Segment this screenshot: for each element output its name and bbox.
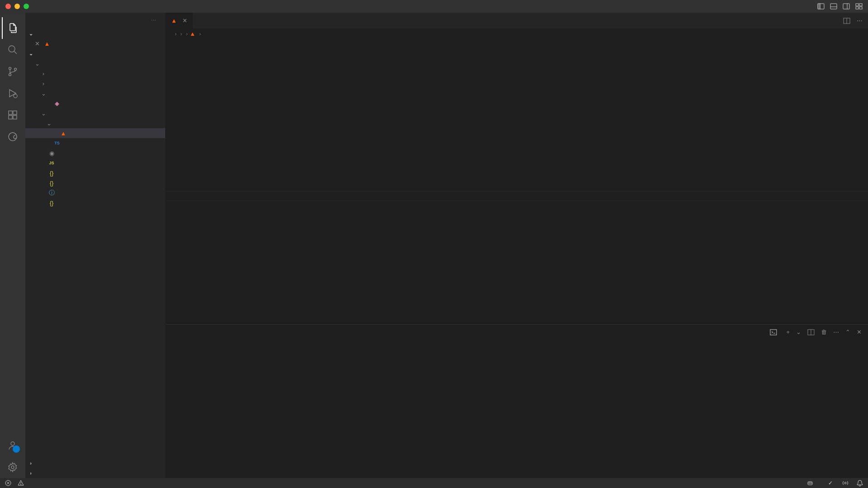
folder-vscode[interactable]: ›	[25, 68, 165, 78]
file-readme[interactable]: ⓘ	[25, 188, 165, 198]
files-icon	[7, 23, 18, 33]
svg-rect-34	[808, 482, 812, 485]
split-terminal-icon[interactable]	[807, 329, 815, 336]
code-content[interactable]	[193, 38, 868, 324]
statusbar: ✓	[0, 478, 868, 488]
status-feedback[interactable]	[842, 479, 849, 487]
search-activity[interactable]	[2, 39, 24, 61]
file-gitignore[interactable]: ◉	[25, 148, 165, 158]
open-editors-section[interactable]: ⌄	[25, 29, 165, 38]
folder-src[interactable]: ⌄	[25, 108, 165, 118]
folder-node-modules[interactable]: ›	[25, 78, 165, 88]
more-actions-icon[interactable]: ⋯	[833, 329, 839, 335]
file-tsconfig[interactable]: {}	[25, 198, 165, 208]
explorer-activity[interactable]	[2, 17, 24, 39]
terminal-selector[interactable]	[770, 329, 780, 336]
file-index-astro[interactable]: ▲	[25, 128, 165, 138]
svg-rect-8	[859, 4, 862, 6]
terminal-dropdown-icon[interactable]: ⌄	[796, 329, 801, 335]
new-terminal-icon[interactable]: +	[786, 329, 790, 335]
chevron-down-icon: ⌄	[27, 31, 34, 37]
edge-activity[interactable]	[2, 126, 24, 148]
titlebar	[0, 0, 868, 13]
file-astro-config[interactable]: JS	[25, 158, 165, 168]
open-editor-item[interactable]: ✕ ▲	[25, 38, 165, 48]
gear-icon	[7, 462, 18, 473]
chevron-right-icon: ›	[40, 80, 47, 87]
close-tab-icon[interactable]: ✕	[182, 17, 187, 24]
broadcast-icon	[842, 479, 849, 487]
split-editor-icon[interactable]	[843, 17, 850, 24]
svg-point-15	[14, 68, 17, 71]
svg-point-23	[11, 466, 14, 469]
outline-section[interactable]: ›	[25, 458, 165, 468]
status-prettier[interactable]: ✓	[828, 480, 835, 486]
svg-rect-19	[13, 115, 17, 119]
astro-file-icon: ▲	[171, 17, 177, 24]
json-file-icon: {}	[47, 200, 56, 206]
file-favicon[interactable]: ◆	[25, 98, 165, 108]
status-errors[interactable]	[5, 479, 14, 487]
json-file-icon: {}	[47, 170, 56, 177]
breadcrumbs[interactable]: › › › ▲ ›	[166, 29, 868, 38]
svg-point-14	[9, 74, 11, 76]
run-debug-activity[interactable]	[2, 82, 24, 104]
close-window-button[interactable]	[5, 4, 11, 9]
folder-public[interactable]: ⌄	[25, 88, 165, 98]
folder-ai-chat[interactable]: ⌄	[25, 58, 165, 68]
svg-rect-5	[843, 4, 849, 9]
timeline-section[interactable]: ›	[25, 468, 165, 478]
maximize-window-button[interactable]	[24, 4, 29, 9]
search-icon	[7, 44, 18, 55]
close-editor-icon[interactable]: ✕	[33, 40, 41, 47]
extensions-activity[interactable]	[2, 104, 24, 126]
code-editor[interactable]	[166, 38, 868, 324]
svg-rect-20	[13, 111, 17, 115]
chevron-down-icon: ⌄	[40, 90, 47, 97]
file-package[interactable]: {}	[25, 178, 165, 188]
json-file-icon: {}	[47, 180, 56, 187]
terminal-content[interactable]	[166, 340, 868, 478]
accounts-activity[interactable]	[2, 435, 24, 456]
folder-pages[interactable]: ⌄	[25, 118, 165, 128]
toggle-secondary-sidebar-icon[interactable]	[843, 3, 850, 10]
tab-index-astro[interactable]: ▲ ✕	[166, 13, 193, 29]
minimize-window-button[interactable]	[14, 4, 20, 9]
more-actions-icon[interactable]: ⋯	[857, 17, 863, 24]
chevron-right-icon: ›	[27, 470, 34, 476]
svg-rect-9	[856, 7, 858, 9]
customize-layout-icon[interactable]	[855, 3, 863, 10]
astro-file-icon: ▲	[190, 30, 196, 37]
line-gutter	[166, 38, 193, 324]
project-section[interactable]: ⌄	[25, 48, 165, 58]
error-icon	[5, 479, 12, 487]
md-file-icon: ⓘ	[47, 189, 56, 197]
bell-icon	[856, 479, 863, 487]
editor-area: ▲ ✕ ⋯ › › › ▲ ›	[166, 13, 868, 478]
warning-icon	[17, 479, 24, 487]
debug-icon	[7, 88, 18, 99]
svg-point-33	[21, 484, 21, 485]
file-package-lock[interactable]: {}	[25, 168, 165, 178]
status-bell[interactable]	[856, 479, 863, 487]
status-copilot[interactable]	[806, 479, 814, 487]
titlebar-actions	[817, 3, 863, 10]
check-icon: ✓	[828, 480, 833, 486]
svg-point-35	[809, 483, 810, 483]
toggle-panel-icon[interactable]	[830, 3, 837, 10]
settings-activity[interactable]	[2, 456, 24, 478]
toggle-primary-sidebar-icon[interactable]	[817, 3, 825, 10]
svg-rect-7	[856, 4, 858, 6]
kill-terminal-icon[interactable]: 🗑	[821, 329, 827, 335]
close-panel-icon[interactable]: ✕	[857, 329, 862, 335]
source-control-activity[interactable]	[2, 61, 24, 82]
panel-tabs: + ⌄ 🗑 ⋯ ⌃ ✕	[166, 325, 868, 340]
account-badge	[13, 445, 20, 453]
more-actions-icon[interactable]: ⋯	[151, 18, 157, 24]
status-warnings[interactable]	[17, 479, 26, 487]
chevron-down-icon: ⌄	[45, 120, 52, 127]
maximize-panel-icon[interactable]: ⌃	[845, 329, 850, 335]
sidebar: ⋯ ⌄ ✕ ▲ ⌄ ⌄ › › ⌄ ◆ ⌄ ⌄ ▲ TS ◉	[25, 13, 166, 478]
file-env-dts[interactable]: TS	[25, 138, 165, 148]
sidebar-header: ⋯	[25, 13, 165, 29]
